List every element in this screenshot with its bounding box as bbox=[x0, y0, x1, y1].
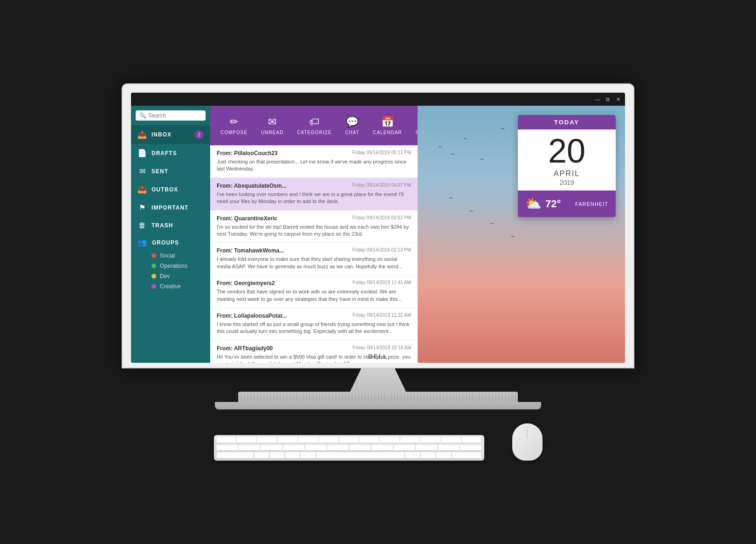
keyboard-row bbox=[217, 437, 481, 443]
outbox-icon: 📤 bbox=[137, 185, 147, 194]
chat-icon: 💬 bbox=[346, 116, 358, 128]
kb-key bbox=[441, 437, 461, 443]
email-list: From: PillalooCouch23 Friday 09/14/2019 … bbox=[210, 145, 418, 363]
email-item[interactable]: From: QuarantineXeric Friday 09/14/2019 … bbox=[210, 211, 418, 243]
app-area: 🔍 📥 INBOX 2 📄 DRAFTS ✉ SENT bbox=[131, 106, 625, 363]
kb-key bbox=[237, 437, 256, 443]
email-date: Friday 09/14/2019 02:13 PM bbox=[352, 247, 411, 254]
bird-decoration: 〜 bbox=[439, 144, 442, 150]
sidebar-item-important[interactable]: ⚑ IMPORTANT bbox=[131, 198, 210, 217]
sent-label: SENT bbox=[151, 168, 168, 175]
categorize-label: CATEGORIZE bbox=[297, 130, 331, 135]
kb-key bbox=[421, 452, 435, 459]
bird-decoration: 〜 bbox=[501, 126, 504, 131]
kb-key bbox=[254, 452, 268, 459]
unread-button[interactable]: ✉ UNREAD bbox=[255, 112, 289, 139]
screen: — ⧉ ✕ 🔍 📥 INBOX 2 bbox=[131, 93, 625, 363]
compose-icon: ✏ bbox=[230, 116, 238, 128]
outbox-label: OUTBOX bbox=[151, 186, 178, 193]
kb-key bbox=[371, 445, 393, 451]
groups-section: 👥 GROUPS Social Operations bbox=[131, 234, 210, 293]
email-item[interactable]: From: AbsquatulateOsm... Friday 09/14/20… bbox=[210, 178, 418, 211]
dell-logo: DELL bbox=[368, 353, 388, 360]
title-bar: — ⧉ ✕ bbox=[131, 93, 625, 106]
group-item-creative[interactable]: Creative bbox=[137, 281, 204, 292]
monitor-stand-neck bbox=[350, 368, 406, 392]
email-from: From: ARTbaglady00 bbox=[217, 345, 273, 352]
groups-header: 👥 GROUPS bbox=[137, 238, 204, 247]
group-item-social[interactable]: Social bbox=[137, 251, 204, 261]
search-box[interactable]: 🔍 bbox=[136, 110, 206, 121]
bird-decoration: 〜 bbox=[449, 196, 453, 201]
calendar-button[interactable]: 📅 CALENDAR bbox=[367, 112, 407, 139]
compose-button[interactable]: ✏ COMPOSE bbox=[215, 112, 253, 139]
sidebar-item-outbox[interactable]: 📤 OUTBOX bbox=[131, 180, 210, 198]
group-dev-label: Dev bbox=[160, 273, 170, 279]
sidebar-item-inbox[interactable]: 📥 INBOX 2 bbox=[131, 125, 210, 144]
email-from: From: PillalooCouch23 bbox=[217, 150, 278, 156]
kb-key bbox=[460, 445, 481, 451]
unread-label: UNREAD bbox=[261, 130, 283, 135]
email-item[interactable]: From: Georgiemyers2 Friday 09/14/2019 11… bbox=[210, 275, 418, 308]
calendar-day: 20 bbox=[518, 134, 616, 168]
email-preview: I've been looking over numbers and I thi… bbox=[217, 191, 411, 205]
email-item[interactable]: From: TomahawkWoma... Friday 09/14/2019 … bbox=[210, 243, 418, 275]
important-label: IMPORTANT bbox=[151, 204, 188, 211]
compose-label: COMPOSE bbox=[220, 130, 247, 135]
email-preview: Just checking on that presentation... Le… bbox=[217, 158, 411, 173]
search-input[interactable] bbox=[148, 112, 202, 119]
dev-dot bbox=[151, 274, 156, 279]
email-preview: I know this started off as just a small … bbox=[217, 321, 411, 335]
email-preview: The vendors that have signed on to work … bbox=[217, 288, 411, 303]
kb-key bbox=[359, 437, 379, 443]
kb-key bbox=[283, 445, 304, 451]
mouse bbox=[512, 423, 543, 461]
search-icon: 🔍 bbox=[139, 112, 146, 119]
weather-left: ⛅ 72° bbox=[525, 196, 561, 211]
unread-icon: ✉ bbox=[268, 116, 276, 128]
settings-button[interactable]: ⚙ SETTINGS bbox=[410, 112, 418, 139]
sidebar-item-trash[interactable]: 🗑 TRASH bbox=[131, 217, 210, 234]
group-social-label: Social bbox=[160, 252, 175, 259]
email-header: From: ARTbaglady00 Friday 09/14/2019 10:… bbox=[217, 345, 411, 352]
kb-key bbox=[436, 452, 451, 459]
groups-icon: 👥 bbox=[137, 238, 147, 247]
calendar-date-area: 20 APRIL 2019 bbox=[518, 129, 616, 189]
bird-decoration: 〜 bbox=[463, 136, 467, 142]
email-item[interactable]: From: LollapaloosaPotat... Friday 09/14/… bbox=[210, 308, 418, 340]
bird-decoration: 〜 bbox=[469, 209, 473, 214]
calendar-month: APRIL bbox=[518, 170, 616, 178]
monitor-base-upper bbox=[238, 392, 518, 402]
monitor-frame: — ⧉ ✕ 🔍 📥 INBOX 2 bbox=[122, 83, 634, 368]
maximize-button[interactable]: ⧉ bbox=[605, 96, 611, 102]
bird-decoration: 〜 bbox=[480, 157, 484, 162]
kb-key bbox=[270, 452, 284, 459]
inbox-badge: 2 bbox=[194, 130, 204, 139]
bird-decoration: 〜 bbox=[451, 152, 454, 157]
group-item-operations[interactable]: Operations bbox=[137, 261, 204, 271]
email-panel: ✏ COMPOSE ✉ UNREAD 🏷 CATEGORIZE 💬 bbox=[210, 106, 418, 363]
email-item[interactable]: From: PillalooCouch23 Friday 09/14/2019 … bbox=[210, 145, 418, 178]
close-button[interactable]: ✕ bbox=[615, 96, 621, 102]
sidebar-item-drafts[interactable]: 📄 DRAFTS bbox=[131, 144, 210, 162]
creative-dot bbox=[151, 284, 156, 289]
sidebar-item-sent[interactable]: ✉ SENT bbox=[131, 162, 210, 180]
minimize-button[interactable]: — bbox=[594, 96, 601, 102]
email-date: Friday 09/14/2019 05:11 PM bbox=[352, 150, 411, 156]
categorize-button[interactable]: 🏷 CATEGORIZE bbox=[291, 112, 337, 139]
sent-icon: ✉ bbox=[137, 167, 147, 176]
group-item-dev[interactable]: Dev bbox=[137, 271, 204, 281]
email-date: Friday 09/14/2019 04:07 PM bbox=[352, 183, 411, 189]
drafts-label: DRAFTS bbox=[151, 150, 177, 156]
email-from: From: QuarantineXeric bbox=[217, 215, 277, 222]
inbox-icon: 📥 bbox=[137, 130, 147, 139]
kb-key bbox=[305, 445, 327, 451]
kb-key bbox=[327, 445, 349, 451]
email-date: Friday 09/14/2019 10:18 AM bbox=[352, 345, 411, 352]
chat-label: CHAT bbox=[345, 130, 359, 135]
weather-icon: ⛅ bbox=[525, 196, 542, 211]
email-header: From: LollapaloosaPotat... Friday 09/14/… bbox=[217, 313, 411, 319]
kb-key bbox=[278, 437, 297, 443]
chat-button[interactable]: 💬 CHAT bbox=[340, 112, 365, 139]
calendar-year: 2019 bbox=[518, 179, 616, 186]
